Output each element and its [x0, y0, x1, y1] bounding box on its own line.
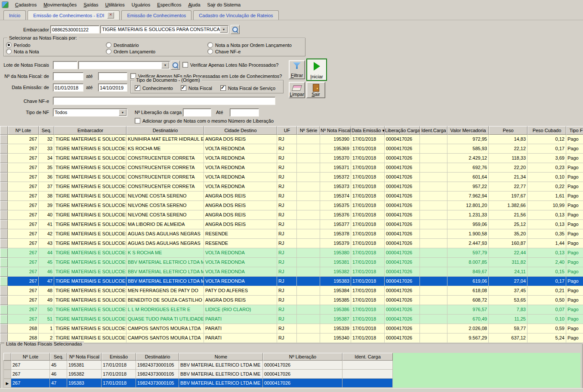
radio-destinatario[interactable]: Destinatário	[106, 42, 139, 48]
table-row[interactable]: 2674619538217/01/201819824373000105BBV M…	[3, 370, 580, 379]
column-header-destinatario[interactable]: Destinatário	[136, 353, 179, 361]
chave-nfe-input[interactable]	[53, 97, 275, 105]
cell-cidade: PARATI	[204, 315, 277, 324]
nota-fiscal-ate-input[interactable]	[98, 72, 127, 80]
column-header-embarcador[interactable]: Embarcador	[54, 126, 126, 135]
column-header-ident[interactable]: Ident. Carga	[342, 353, 393, 361]
chevron-down-icon[interactable]	[161, 62, 169, 68]
column-header-lote[interactable]: Nº Lote	[8, 126, 39, 135]
radio-nota-a-nota[interactable]: Nota a Nota	[6, 49, 39, 54]
column-header-emissao[interactable]: Data Emissão ▾	[351, 126, 385, 135]
menu-item-utilitarios[interactable]: Utilitários	[102, 1, 128, 9]
table-row[interactable]: 26733TIGRE MATERIAIS E SOLUCOESKS ROCHA …	[0, 144, 583, 154]
checkbox-nota-fiscal[interactable]: Nota Fiscal	[181, 85, 212, 91]
chevron-down-icon[interactable]	[119, 109, 126, 116]
nota-fiscal-de-input[interactable]	[53, 72, 83, 80]
table-row[interactable]: 26742TIGRE MATERIAIS E SOLUCOESAGUAS DAS…	[0, 229, 583, 239]
table-row[interactable]: 26736TIGRE MATERIAIS E SOLUCOESCONSTRUCE…	[0, 173, 583, 182]
data-emissao-ate-input[interactable]	[98, 83, 127, 92]
table-row[interactable]: 26743TIGRE MATERIAIS E SOLUCOESAGUAS DAS…	[0, 239, 583, 248]
radio-ordem-lancamento[interactable]: Ordem Lançamento	[106, 49, 155, 54]
sair-button[interactable]: Sair	[306, 82, 325, 98]
filtrar-button[interactable]: Filtrar	[289, 60, 305, 79]
radio-periodo[interactable]: Período	[6, 42, 31, 48]
table-row[interactable]: 26741TIGRE MATERIAIS E SOLUCOESMA LIBORI…	[0, 220, 583, 229]
table-row[interactable]: 2682TIGRE MATERIAIS E SOLUCOESCAMPOS SAN…	[0, 333, 583, 343]
column-header-ident[interactable]: Ident.Carga	[420, 126, 447, 135]
radio-chave-nfe[interactable]: Chave NF-e	[207, 49, 241, 54]
column-header-seq[interactable]: Seq.	[50, 353, 67, 361]
tab-inicio[interactable]: Início	[3, 10, 26, 20]
column-header-indicator[interactable]	[3, 353, 11, 361]
radio-nota-a-nota-por-ordem[interactable]: Nota a Nota por Ordem Lançamento	[207, 42, 292, 48]
checkbox-lotes-nao-processados[interactable]: Verificar Apenas Lotes Não Processados?	[182, 62, 278, 68]
column-header-valor[interactable]: Valor Mercadoria	[447, 126, 489, 135]
table-row[interactable]: 26734TIGRE MATERIAIS E SOLUCOESCONSTRUCE…	[0, 154, 583, 163]
table-row[interactable]: 26738TIGRE MATERIAIS E SOLUCOESNILVONE C…	[0, 191, 583, 201]
column-header-cubado[interactable]: Peso Cubado	[527, 126, 566, 135]
column-header-tipo[interactable]: Tipo F	[566, 126, 583, 135]
horizontal-scrollbar[interactable]	[0, 388, 583, 392]
app-icon	[2, 2, 8, 8]
column-header-liberacao[interactable]: Liberação Carga	[385, 126, 420, 135]
menu-item-movimentacoes[interactable]: Movimentações	[40, 1, 80, 9]
cell-cubado: 0,59	[527, 324, 566, 333]
table-row[interactable]: 26735TIGRE MATERIAIS E SOLUCOESCONSTRUCE…	[0, 163, 583, 173]
column-header-uf[interactable]: UF	[277, 126, 297, 135]
menu-item-saidas[interactable]: Saídas	[80, 1, 102, 9]
tab-emissao-conhecimentos-edi[interactable]: Emissão de Conhecimentos - EDI	[28, 10, 120, 20]
checkbox-conhecimento[interactable]: Conhecimento	[135, 85, 173, 91]
column-header-nota[interactable]: Nº Nota Fiscal	[67, 353, 102, 361]
column-header-destinatario[interactable]: Destinatário	[126, 126, 204, 135]
table-row[interactable]: 2681TIGRE MATERIAIS E SOLUCOESCAMPOS SAN…	[0, 324, 583, 333]
column-header-indicator[interactable]	[0, 126, 8, 135]
checkbox-nota-fiscal-servico[interactable]: Nota Fiscal de Serviço	[220, 85, 275, 91]
iniciar-button[interactable]: Iniciar	[306, 59, 327, 81]
menu-item-usuarios[interactable]: Usuários	[128, 1, 154, 9]
embarcador-search-button[interactable]	[231, 25, 240, 34]
lote-input[interactable]	[53, 61, 77, 69]
column-header-peso[interactable]: Peso	[489, 126, 527, 135]
table-row[interactable]: 26744TIGRE MATERIAIS E SOLUCOESK S ROCHA…	[0, 248, 583, 258]
column-header-serie[interactable]: Nº Série	[297, 126, 320, 135]
menu-item-sair-do-sistema[interactable]: Sair do Sistema	[204, 1, 244, 9]
lote-select[interactable]	[78, 61, 170, 69]
column-header-liberacao[interactable]: Nº Liberação	[263, 353, 342, 361]
table-row[interactable]: 26740TIGRE MATERIAIS E SOLUCOESNILVONE C…	[0, 210, 583, 220]
column-header-nota[interactable]: Nº Nota Fiscal	[320, 126, 351, 135]
table-row[interactable]: 26751TIGRE MATERIAIS E SOLUCOESQUASE TUD…	[0, 315, 583, 324]
checkbox-adicionar-grupo[interactable]: Adicionar grupo de Notas com o mesmo Núm…	[135, 118, 274, 123]
cell-destinatario: NILVONE COSTA SERENO	[126, 210, 204, 220]
tipo-nf-select[interactable]: Todos	[53, 108, 127, 117]
table-row[interactable]: 26750TIGRE MATERIAIS E SOLUCOESL L M ROD…	[0, 305, 583, 315]
tab-emissao-conhecimentos[interactable]: Emissão de Conhecimentos	[121, 10, 191, 20]
table-row[interactable]: 26746TIGRE MATERIAIS E SOLUCOESBBV MATER…	[0, 267, 583, 277]
data-emissao-de-input[interactable]	[53, 83, 83, 92]
lote-search-button[interactable]	[171, 61, 180, 70]
embarcador-code-input[interactable]	[50, 25, 99, 34]
column-header-seq[interactable]: Seq.	[39, 126, 54, 135]
menu-item-especificos[interactable]: Específicos	[154, 1, 185, 9]
table-row[interactable]: 26737TIGRE MATERIAIS E SOLUCOESCONSTRUCE…	[0, 182, 583, 191]
liberacao-de-input[interactable]	[183, 108, 211, 117]
table-row[interactable]: 2674519538117/01/201819824373000105BBV M…	[3, 361, 580, 370]
column-header-lote[interactable]: Nº Lote	[11, 353, 50, 361]
table-row[interactable]: 26748TIGRE MATERIAIS E SOLUCOESMEN FERRA…	[0, 286, 583, 296]
menu-item-cadastros[interactable]: Cadastros	[12, 1, 40, 9]
close-icon[interactable]	[107, 12, 114, 19]
column-header-cidade[interactable]: Cidade Destino	[204, 126, 277, 135]
column-header-emissao[interactable]: Emissão	[102, 353, 136, 361]
chevron-down-icon[interactable]	[220, 26, 228, 33]
table-row[interactable]: 26749TIGRE MATERIAIS E SOLUCOESBENEDITO …	[0, 296, 583, 305]
table-row[interactable]: 26739TIGRE MATERIAIS E SOLUCOESNILVONE C…	[0, 201, 583, 210]
table-row[interactable]: ▶2674719538317/01/201819824373000105BBV …	[3, 379, 580, 388]
column-header-nome[interactable]: Nome	[179, 353, 263, 361]
embarcador-name-select[interactable]: TIGRE MATERIAIS E SOLUCOES PARA CONSTRUC…	[100, 25, 228, 34]
table-row[interactable]: 26745TIGRE MATERIAIS E SOLUCOESBBV MATER…	[0, 258, 583, 267]
limpar-button[interactable]: Limpar	[289, 82, 305, 98]
menu-item-ajuda[interactable]: Ajuda	[185, 1, 204, 9]
table-row[interactable]: 26732TIGRE MATERIAIS E SOLUCOESKUNIHIRA …	[0, 135, 583, 144]
liberacao-ate-input[interactable]	[230, 108, 259, 117]
tab-cadastro-vinculacao-rateios[interactable]: Cadastro de Vinculação de Rateios	[193, 10, 278, 20]
table-row[interactable]: 26747TIGRE MATERIAIS E SOLUCOESBBV MATER…	[0, 277, 583, 286]
